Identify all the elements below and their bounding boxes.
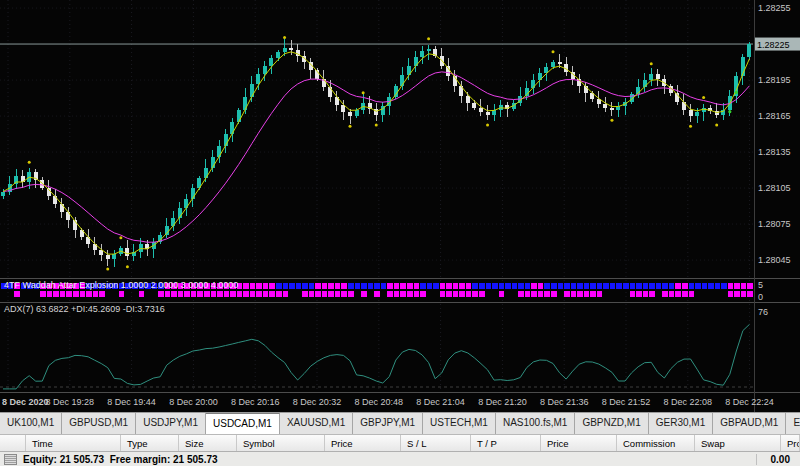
- trade-column-header-swap[interactable]: Swap: [695, 435, 781, 451]
- chart-tab-gbpjpy-m1[interactable]: GBPJPY,M1: [353, 413, 423, 434]
- time-axis-label: 8 Dec 21:20: [478, 397, 527, 407]
- candle-body: [224, 134, 228, 146]
- price-axis-label: 1.28105: [758, 183, 791, 193]
- chart-tab-gbpusd-m1[interactable]: GBPUSD,M1: [62, 413, 136, 434]
- candle-body: [689, 110, 693, 116]
- candle-body: [466, 96, 470, 103]
- price-axis-label: 1.28135: [758, 147, 791, 157]
- price-axis-label: 1.28195: [758, 75, 791, 85]
- candle-body: [139, 244, 143, 251]
- trade-header-spacer: [0, 435, 26, 451]
- time-axis-label: 8 Dec 20:48: [355, 397, 404, 407]
- candle-body: [355, 110, 359, 116]
- candle-body: [479, 108, 483, 113]
- chart-tab-uk100-m1[interactable]: UK100,M1: [0, 413, 62, 434]
- candle-body: [276, 52, 280, 58]
- trade-column-header-price[interactable]: Price: [325, 435, 401, 451]
- trade-column-header-price[interactable]: Price: [541, 435, 617, 451]
- candle-body: [558, 62, 562, 64]
- time-axis-label: 8 Dec 20:32: [293, 397, 342, 407]
- candle-body: [695, 112, 699, 116]
- candle-body: [106, 255, 110, 259]
- chart-tab-xauusd-m1[interactable]: XAUUSD,M1: [280, 413, 353, 434]
- trade-columns-header: TimeTypeSizeSymbolPriceS / LT / PPriceCo…: [0, 434, 800, 451]
- candle-body: [1, 192, 5, 197]
- candle-body: [230, 122, 234, 134]
- status-icon[interactable]: [4, 454, 17, 465]
- time-axis-label: 8 Dec 21:52: [602, 397, 651, 407]
- chart-region[interactable]: 1.282551.281951.281651.281351.281051.280…: [0, 0, 800, 412]
- trade-column-header-type[interactable]: Type: [121, 435, 179, 451]
- trade-column-header-symbol[interactable]: Symbol: [237, 435, 325, 451]
- trade-column-header-commission[interactable]: Commission: [617, 435, 695, 451]
- status-bar: Equity: 21 505.73 Free margin: 21 505.73…: [0, 451, 800, 466]
- candle-body: [374, 109, 378, 115]
- time-axis-label: 8 Dec 21:04: [416, 397, 465, 407]
- candle-body: [348, 112, 352, 116]
- candle-body: [486, 112, 490, 114]
- candle-body: [283, 48, 287, 53]
- candle-body: [289, 48, 293, 50]
- trade-column-header-t-p[interactable]: T / P: [471, 435, 541, 451]
- time-axis-label: 8 Dec 2020: [2, 397, 49, 407]
- candle-body: [649, 74, 653, 80]
- candle-body: [747, 44, 751, 57]
- candle-body: [551, 62, 555, 67]
- candle-body: [99, 250, 103, 255]
- candle-body: [603, 104, 607, 108]
- price-axis-label: 1.28255: [758, 3, 791, 13]
- candle-body: [125, 248, 129, 256]
- candle-body: [256, 74, 260, 84]
- price-axis-label: 1.28075: [758, 219, 791, 229]
- time-axis-label: 8 Dec 19:44: [107, 397, 156, 407]
- candle-body: [472, 103, 476, 108]
- trade-column-header-time[interactable]: Time: [26, 435, 121, 451]
- candle-body: [112, 254, 116, 259]
- candle-body: [269, 58, 273, 65]
- candle-body: [53, 196, 57, 203]
- chart-canvas[interactable]: 1.282551.281951.281651.281351.281051.280…: [0, 0, 800, 412]
- candle-body: [420, 51, 424, 57]
- price-axis-label: 1.28045: [758, 255, 791, 265]
- profit-total: 0.00: [756, 454, 800, 465]
- trade-column-header-size[interactable]: Size: [179, 435, 237, 451]
- candle-body: [427, 49, 431, 51]
- chart-tab-gbpaud-m1[interactable]: GBPAUD,M1: [713, 413, 786, 434]
- trade-column-header-profit[interactable]: Profit: [781, 435, 800, 451]
- candle-body: [394, 86, 398, 97]
- time-axis-label: 8 Dec 22:08: [664, 397, 713, 407]
- time-axis-label: 8 Dec 20:00: [169, 397, 218, 407]
- chart-tab-eurnzd-m1[interactable]: EURNZD,M1: [786, 413, 800, 434]
- time-axis-label: 8 Dec 21:36: [540, 397, 589, 407]
- chart-tab-ustech-m1[interactable]: USTECH,M1: [423, 413, 496, 434]
- candle-body: [263, 66, 267, 74]
- chart-tab-usdjpy-m1[interactable]: USDJPY,M1: [136, 413, 206, 434]
- time-axis-label: 8 Dec 22:24: [725, 397, 774, 407]
- candle-body: [66, 212, 70, 220]
- candle-body: [656, 74, 660, 79]
- equity-status: Equity: 21 505.73 Free margin: 21 505.73: [23, 454, 218, 465]
- candle-body: [204, 168, 208, 179]
- chart-tabs-bar: UK100,M1GBPUSD,M1USDJPY,M1USDCAD,M1XAUUS…: [0, 412, 800, 434]
- bid-price-badge-text: 1.28225: [757, 40, 790, 50]
- chart-tab-usdcad-m1[interactable]: USDCAD,M1: [206, 413, 280, 434]
- time-axis-label: 8 Dec 20:16: [231, 397, 280, 407]
- time-axis-label: 8 Dec 19:28: [46, 397, 95, 407]
- chart-tab-ger30-m1[interactable]: GER30,M1: [649, 413, 713, 434]
- mt5-window: 1.282551.281951.281651.281351.281051.280…: [0, 0, 800, 466]
- candle-body: [610, 108, 614, 110]
- price-axis-label: 1.28165: [758, 111, 791, 121]
- candle-body: [243, 97, 247, 110]
- chart-tab-gbpnzd-m1[interactable]: GBPNZD,M1: [575, 413, 648, 434]
- trade-column-header-s-l[interactable]: S / L: [401, 435, 471, 451]
- chart-tab-nas100-fs-m1[interactable]: NAS100.fs,M1: [496, 413, 575, 434]
